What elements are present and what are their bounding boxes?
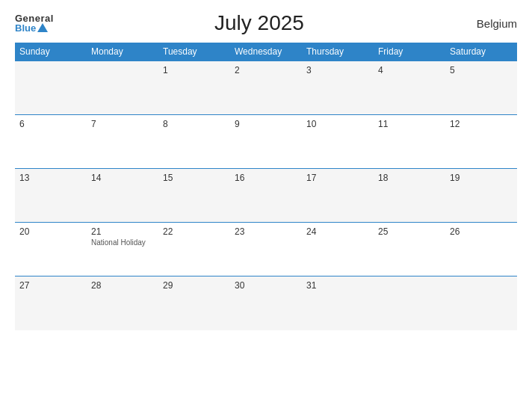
calendar-cell: 17 bbox=[302, 169, 374, 223]
calendar-cell: 21National Holiday bbox=[87, 223, 158, 276]
day-number: 9 bbox=[235, 119, 297, 129]
calendar-cell: 30 bbox=[230, 276, 302, 330]
calendar-cell: 18 bbox=[374, 169, 445, 223]
day-number: 19 bbox=[450, 173, 513, 183]
calendar-cell bbox=[15, 61, 87, 115]
event-label: National Holiday bbox=[91, 238, 154, 247]
day-number: 30 bbox=[235, 280, 297, 291]
calendar-cell: 1 bbox=[158, 61, 230, 115]
day-number: 27 bbox=[19, 280, 82, 291]
calendar-cell: 10 bbox=[302, 115, 374, 169]
calendar-cell: 22 bbox=[158, 223, 230, 276]
calendar-week-row: 6789101112 bbox=[15, 115, 517, 169]
calendar-cell: 19 bbox=[445, 169, 517, 223]
day-number: 3 bbox=[306, 65, 369, 75]
col-wednesday: Wednesday bbox=[230, 43, 302, 61]
calendar-cell: 29 bbox=[158, 276, 230, 330]
calendar-cell: 11 bbox=[374, 115, 445, 169]
day-number: 2 bbox=[235, 65, 297, 75]
calendar-table: Sunday Monday Tuesday Wednesday Thursday… bbox=[15, 43, 517, 330]
day-number: 15 bbox=[163, 173, 226, 183]
day-number: 1 bbox=[163, 65, 226, 75]
day-number: 26 bbox=[450, 226, 513, 237]
day-number: 31 bbox=[306, 280, 369, 291]
calendar-header-row: Sunday Monday Tuesday Wednesday Thursday… bbox=[15, 43, 517, 61]
calendar-cell: 3 bbox=[302, 61, 374, 115]
day-number: 6 bbox=[19, 119, 82, 129]
day-number: 13 bbox=[19, 173, 82, 183]
calendar-title: July 2025 bbox=[54, 11, 465, 35]
calendar-cell: 24 bbox=[302, 223, 374, 276]
day-number: 4 bbox=[378, 65, 441, 75]
col-friday: Friday bbox=[374, 43, 445, 61]
calendar-week-row: 2021National Holiday2223242526 bbox=[15, 223, 517, 276]
calendar-cell: 28 bbox=[87, 276, 158, 330]
calendar-cell: 15 bbox=[158, 169, 230, 223]
day-number: 16 bbox=[235, 173, 297, 183]
calendar-page: General Blue July 2025 Belgium Sunday Mo… bbox=[0, 0, 532, 411]
calendar-cell bbox=[445, 276, 517, 330]
day-number: 23 bbox=[235, 226, 297, 237]
calendar-cell bbox=[87, 61, 158, 115]
calendar-cell: 31 bbox=[302, 276, 374, 330]
calendar-week-row: 13141516171819 bbox=[15, 169, 517, 223]
calendar-cell bbox=[374, 276, 445, 330]
col-monday: Monday bbox=[87, 43, 158, 61]
day-number: 17 bbox=[306, 173, 369, 183]
day-number: 28 bbox=[91, 280, 154, 291]
calendar-week-row: 2728293031 bbox=[15, 276, 517, 330]
calendar-cell: 23 bbox=[230, 223, 302, 276]
day-number: 29 bbox=[163, 280, 226, 291]
logo-blue-text: Blue bbox=[15, 23, 48, 33]
calendar-cell: 8 bbox=[158, 115, 230, 169]
col-sunday: Sunday bbox=[15, 43, 87, 61]
calendar-cell: 7 bbox=[87, 115, 158, 169]
calendar-cell: 4 bbox=[374, 61, 445, 115]
day-number: 12 bbox=[450, 119, 513, 129]
day-number: 8 bbox=[163, 119, 226, 129]
col-tuesday: Tuesday bbox=[158, 43, 230, 61]
day-number: 5 bbox=[450, 65, 513, 75]
calendar-cell: 9 bbox=[230, 115, 302, 169]
day-number: 21 bbox=[91, 226, 154, 237]
day-number: 24 bbox=[306, 226, 369, 237]
calendar-cell: 27 bbox=[15, 276, 87, 330]
day-number: 22 bbox=[163, 226, 226, 237]
calendar-cell: 6 bbox=[15, 115, 87, 169]
calendar-cell: 5 bbox=[445, 61, 517, 115]
country-label: Belgium bbox=[465, 17, 517, 30]
day-number: 7 bbox=[91, 119, 154, 129]
day-number: 20 bbox=[19, 226, 82, 237]
col-thursday: Thursday bbox=[302, 43, 374, 61]
calendar-cell: 2 bbox=[230, 61, 302, 115]
calendar-cell: 20 bbox=[15, 223, 87, 276]
calendar-cell: 12 bbox=[445, 115, 517, 169]
col-saturday: Saturday bbox=[445, 43, 517, 61]
day-number: 10 bbox=[306, 119, 369, 129]
logo-triangle-icon bbox=[37, 23, 48, 32]
header: General Blue July 2025 Belgium bbox=[15, 11, 517, 35]
calendar-cell: 25 bbox=[374, 223, 445, 276]
logo: General Blue bbox=[15, 13, 54, 33]
calendar-cell: 14 bbox=[87, 169, 158, 223]
calendar-cell: 16 bbox=[230, 169, 302, 223]
day-number: 18 bbox=[378, 173, 441, 183]
day-number: 14 bbox=[91, 173, 154, 183]
day-number: 11 bbox=[378, 119, 441, 129]
calendar-cell: 26 bbox=[445, 223, 517, 276]
day-number: 25 bbox=[378, 226, 441, 237]
calendar-cell: 13 bbox=[15, 169, 87, 223]
calendar-week-row: 12345 bbox=[15, 61, 517, 115]
